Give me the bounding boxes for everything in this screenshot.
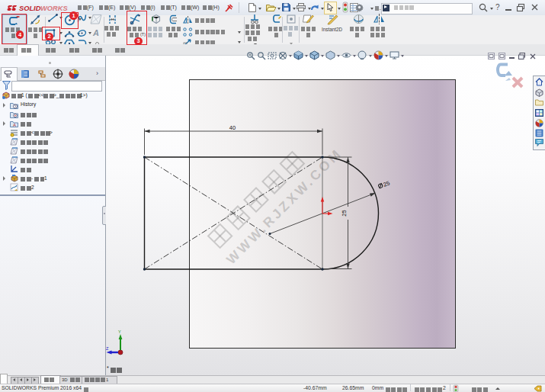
svg-text:25: 25 xyxy=(383,180,391,188)
svg-text:25: 25 xyxy=(341,210,348,216)
svg-text:Y: Y xyxy=(118,329,121,334)
svg-text:Z: Z xyxy=(106,346,109,351)
svg-text:40: 40 xyxy=(229,124,236,131)
